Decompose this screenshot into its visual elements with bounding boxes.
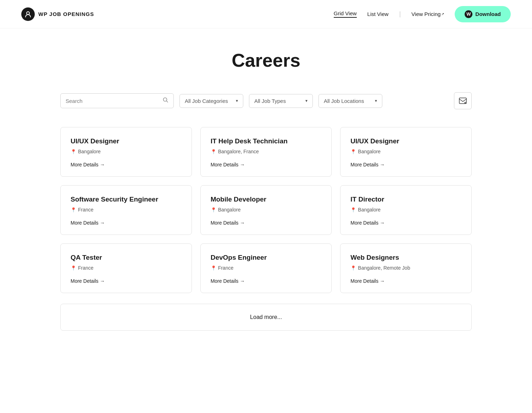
location-pin-icon: 📍 <box>211 207 216 213</box>
job-title: Mobile Developer <box>211 196 322 203</box>
page-title: Careers <box>60 50 472 71</box>
job-card[interactable]: DevOps Engineer 📍 France More Details → <box>200 243 332 293</box>
job-location: 📍 Bangalore <box>350 207 461 213</box>
job-grid: UI/UX Designer 📍 Bangalore More Details … <box>60 127 472 293</box>
job-location: 📍 Bangalore, France <box>211 149 322 154</box>
categories-chevron-icon: ▾ <box>236 98 238 103</box>
job-location: 📍 France <box>71 207 182 213</box>
more-details-link[interactable]: More Details → <box>211 220 245 226</box>
job-card[interactable]: Software Security Engineer 📍 France More… <box>60 185 192 235</box>
search-input[interactable] <box>66 98 163 104</box>
job-card[interactable]: Web Designers 📍 Bangalore, Remote Job Mo… <box>340 243 472 293</box>
more-details-link[interactable]: More Details → <box>350 220 384 226</box>
email-alert-button[interactable] <box>454 92 472 109</box>
search-input-wrap[interactable] <box>60 93 174 108</box>
more-details-link[interactable]: More Details → <box>211 278 245 284</box>
job-location: 📍 Bangalore, Remote Job <box>350 265 461 271</box>
nav-grid-view[interactable]: Grid View <box>334 10 357 18</box>
logo-icon <box>21 7 35 21</box>
job-card[interactable]: QA Tester 📍 France More Details → <box>60 243 192 293</box>
job-card[interactable]: IT Director 📍 Bangalore More Details → <box>340 185 472 235</box>
job-location: 📍 Bangalore <box>211 207 322 213</box>
nav-view-pricing[interactable]: View Pricing↗ <box>411 11 444 17</box>
job-title: Software Security Engineer <box>71 196 182 203</box>
types-select-wrap[interactable]: All Job Types ▾ <box>249 94 313 108</box>
main-content: Careers All Job Categories ▾ All Job Typ… <box>53 28 479 345</box>
more-details-link[interactable]: More Details → <box>71 220 105 226</box>
location-pin-icon: 📍 <box>71 207 76 213</box>
search-icon <box>163 97 168 104</box>
nav-list-view[interactable]: List View <box>367 11 389 17</box>
job-card[interactable]: UI/UX Designer 📍 Bangalore More Details … <box>60 127 192 177</box>
nav-divider: | <box>399 10 401 18</box>
logo-text: WP JOB OPENINGS <box>38 11 94 17</box>
more-details-link[interactable]: More Details → <box>211 162 245 167</box>
job-title: IT Director <box>350 196 461 203</box>
filters-bar: All Job Categories ▾ All Job Types ▾ All… <box>60 92 472 109</box>
more-details-link[interactable]: More Details → <box>71 162 105 167</box>
job-location: 📍 France <box>71 265 182 271</box>
job-card[interactable]: UI/UX Designer 📍 Bangalore More Details … <box>340 127 472 177</box>
location-pin-icon: 📍 <box>71 149 76 154</box>
download-label: Download <box>475 11 501 17</box>
locations-select[interactable]: All Job Locations <box>324 98 372 104</box>
job-title: QA Tester <box>71 254 182 261</box>
job-title: IT Help Desk Technician <box>211 137 322 145</box>
job-card[interactable]: Mobile Developer 📍 Bangalore More Detail… <box>200 185 332 235</box>
locations-select-wrap[interactable]: All Job Locations ▾ <box>318 94 382 108</box>
more-details-link[interactable]: More Details → <box>350 278 384 284</box>
job-title: DevOps Engineer <box>211 254 322 261</box>
job-title: UI/UX Designer <box>350 137 461 145</box>
types-select[interactable]: All Job Types <box>254 98 303 104</box>
types-chevron-icon: ▾ <box>305 98 307 103</box>
download-button[interactable]: W Download <box>455 6 511 22</box>
job-location: 📍 Bangalore <box>71 149 182 154</box>
location-pin-icon: 📍 <box>211 149 216 154</box>
header: WP JOB OPENINGS Grid View List View | Vi… <box>0 0 532 28</box>
load-more-section[interactable]: Load more... <box>60 304 472 331</box>
wordpress-icon: W <box>465 10 472 18</box>
categories-select[interactable]: All Job Categories <box>185 98 233 104</box>
svg-point-0 <box>27 12 29 15</box>
location-pin-icon: 📍 <box>211 265 216 271</box>
more-details-link[interactable]: More Details → <box>71 278 105 284</box>
job-card[interactable]: IT Help Desk Technician 📍 Bangalore, Fra… <box>200 127 332 177</box>
email-icon <box>459 98 467 104</box>
location-pin-icon: 📍 <box>350 207 356 213</box>
categories-select-wrap[interactable]: All Job Categories ▾ <box>179 94 243 108</box>
job-location: 📍 Bangalore <box>350 149 461 154</box>
job-title: Web Designers <box>350 254 461 261</box>
job-title: UI/UX Designer <box>71 137 182 145</box>
job-location: 📍 France <box>211 265 322 271</box>
main-nav: Grid View List View | View Pricing↗ W Do… <box>334 6 511 22</box>
location-pin-icon: 📍 <box>350 265 356 271</box>
load-more-button[interactable]: Load more... <box>250 314 282 320</box>
location-pin-icon: 📍 <box>350 149 356 154</box>
logo-area[interactable]: WP JOB OPENINGS <box>21 7 94 21</box>
location-pin-icon: 📍 <box>71 265 76 271</box>
locations-chevron-icon: ▾ <box>375 98 377 103</box>
more-details-link[interactable]: More Details → <box>350 162 384 167</box>
